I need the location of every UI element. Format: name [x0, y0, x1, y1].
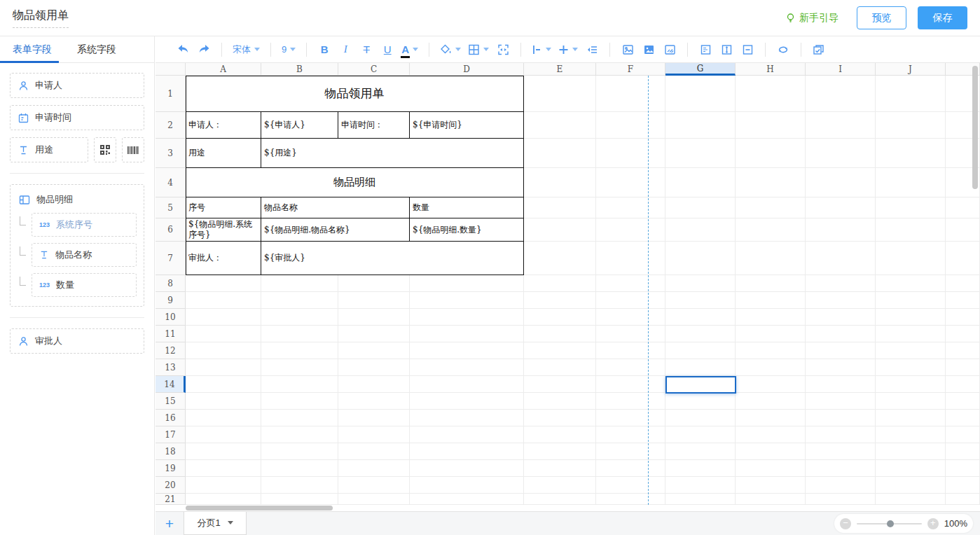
grid-cell[interactable] — [806, 477, 876, 494]
grid-cell[interactable] — [736, 376, 806, 393]
grid-cell[interactable] — [665, 197, 736, 218]
row-header[interactable]: 3 — [156, 139, 186, 168]
grid-cell[interactable] — [876, 139, 946, 168]
document-title-wrap[interactable]: 物品领用单 — [13, 8, 69, 28]
grid-cell[interactable] — [596, 76, 665, 112]
template-cell[interactable]: ${申请时间} — [410, 112, 524, 139]
grid-cell[interactable] — [596, 410, 665, 426]
row-header[interactable]: 1 — [156, 76, 186, 112]
grid-cell[interactable] — [665, 443, 736, 460]
grid-cell[interactable] — [946, 376, 980, 393]
grid-cell[interactable] — [524, 410, 596, 426]
grid-cell[interactable] — [596, 309, 665, 326]
grid-cell[interactable] — [261, 426, 338, 443]
grid-cell[interactable] — [665, 112, 736, 139]
watermark-button[interactable] — [661, 41, 679, 59]
grid-cell[interactable] — [946, 326, 980, 342]
column-header[interactable]: A — [186, 63, 261, 76]
grid-cell[interactable] — [665, 393, 736, 410]
grid-cell[interactable] — [806, 197, 876, 218]
grid-cell[interactable] — [876, 376, 946, 393]
grid-cell[interactable] — [946, 460, 980, 477]
zoom-in-button[interactable]: + — [927, 518, 939, 529]
row-header[interactable]: 6 — [156, 218, 186, 242]
grid-cell[interactable] — [596, 342, 665, 359]
grid-cell[interactable] — [806, 218, 876, 242]
grid-cell[interactable] — [736, 292, 806, 309]
column-header[interactable]: H — [736, 63, 806, 76]
qrcode-field-button[interactable] — [94, 137, 116, 162]
field-applicant[interactable]: 申请人 — [10, 73, 144, 98]
align-button[interactable] — [530, 41, 553, 59]
tab-system-fields[interactable]: 系统字段 — [64, 36, 129, 62]
grid-cell[interactable] — [186, 410, 261, 426]
grid-cell[interactable] — [736, 275, 806, 292]
strikethrough-button[interactable]: T — [357, 41, 375, 59]
grid-cell[interactable] — [665, 426, 736, 443]
grid-cell[interactable] — [946, 197, 980, 218]
grid-cell[interactable] — [876, 76, 946, 112]
grid-cell[interactable] — [338, 443, 410, 460]
grid-cell[interactable] — [524, 393, 596, 410]
grid-cell[interactable] — [946, 494, 980, 505]
grid-cell[interactable] — [261, 342, 338, 359]
grid-cell[interactable] — [186, 477, 261, 494]
grid-cell[interactable] — [596, 376, 665, 393]
grid-cell[interactable] — [946, 426, 980, 443]
grid-cell[interactable] — [806, 494, 876, 505]
grid-cell[interactable] — [946, 359, 980, 376]
grid-cell[interactable] — [876, 242, 946, 275]
grid-cell[interactable] — [186, 426, 261, 443]
grid-cell[interactable] — [806, 410, 876, 426]
font-color-button[interactable]: A — [399, 41, 420, 59]
grid-cell[interactable] — [524, 477, 596, 494]
grid-cell[interactable] — [596, 494, 665, 505]
grid-cell[interactable] — [596, 359, 665, 376]
grid-cell[interactable] — [410, 460, 524, 477]
apply-to-copies-button[interactable] — [810, 41, 828, 59]
grid-cell[interactable] — [338, 410, 410, 426]
fill-color-button[interactable] — [438, 41, 463, 59]
grid-cell[interactable] — [946, 309, 980, 326]
horizontal-scrollbar[interactable] — [186, 506, 333, 510]
grid-cell[interactable] — [338, 292, 410, 309]
grid-cell[interactable] — [410, 494, 524, 505]
field-quantity[interactable]: 123 数量 — [32, 273, 137, 297]
preview-button[interactable]: 预览 — [857, 6, 906, 29]
grid-cell[interactable] — [186, 494, 261, 505]
grid-cell[interactable] — [665, 326, 736, 342]
column-header[interactable]: F — [596, 63, 665, 76]
grid-cell[interactable] — [736, 443, 806, 460]
grid-cell[interactable] — [736, 326, 806, 342]
grid-cell[interactable] — [806, 168, 876, 197]
selected-cell[interactable] — [665, 376, 736, 394]
grid-cell[interactable] — [596, 139, 665, 168]
grid-cell[interactable] — [596, 218, 665, 242]
template-cell[interactable]: ${审批人} — [261, 242, 524, 275]
grid-cell[interactable] — [338, 460, 410, 477]
grid-cell[interactable] — [410, 292, 524, 309]
row-header[interactable]: 20 — [156, 477, 186, 494]
grid-cell[interactable] — [665, 410, 736, 426]
grid-cell[interactable] — [261, 460, 338, 477]
row-header[interactable]: 10 — [156, 309, 186, 326]
borders-button[interactable] — [466, 41, 491, 59]
template-cell[interactable]: 数量 — [410, 197, 524, 218]
grid-cell[interactable] — [736, 342, 806, 359]
insert-button[interactable] — [556, 41, 580, 59]
grid-cell[interactable] — [946, 218, 980, 242]
italic-button[interactable]: I — [336, 41, 354, 59]
grid-cell[interactable] — [596, 443, 665, 460]
font-size-select[interactable]: 9 — [279, 41, 298, 59]
grid-cell[interactable] — [665, 342, 736, 359]
grid-cell[interactable] — [338, 309, 410, 326]
grid-cell[interactable] — [806, 359, 876, 376]
field-purpose[interactable]: 用途 — [10, 137, 88, 162]
grid-cell[interactable] — [876, 326, 946, 342]
zoom-slider-handle[interactable] — [887, 520, 894, 527]
column-header[interactable]: B — [261, 63, 338, 76]
template-cell[interactable]: ${物品明细.物品名称} — [261, 218, 410, 242]
column-header[interactable]: C — [338, 63, 410, 76]
row-header[interactable]: 9 — [156, 292, 186, 309]
row-header[interactable]: 14 — [156, 376, 186, 393]
